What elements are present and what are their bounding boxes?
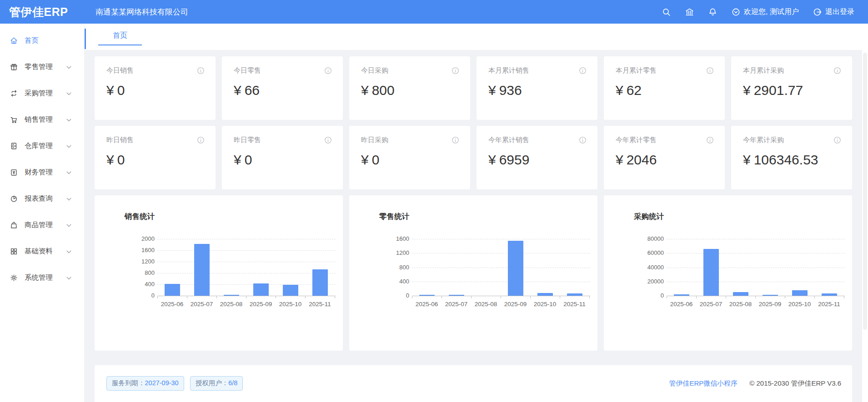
stat-label: 今日零售 [234, 66, 261, 75]
bar[interactable] [449, 295, 464, 296]
stat-value: ¥0 [361, 152, 459, 168]
top-header: 管伊佳ERP 南通某某网络科技有限公司 欢迎您, 测试用户 [0, 0, 868, 24]
bar[interactable] [224, 295, 239, 296]
gridline [412, 239, 590, 239]
bar[interactable] [733, 292, 748, 296]
stat-value: ¥936 [488, 83, 587, 98]
sidebar-item-报表查询[interactable]: 报表查询 [0, 185, 84, 212]
user-dropdown-icon [731, 7, 741, 17]
x-axis-category-label: 2025-08 [216, 301, 246, 308]
stat-cards-grid: 今日销售 ¥0 今日零售 ¥66 今日采购 ¥800 本月累计销售 ¥936 本… [95, 56, 852, 189]
bar[interactable] [537, 293, 553, 296]
stat-amount: 936 [499, 83, 522, 98]
company-name: 南通某某网络科技有限公司 [95, 7, 188, 17]
stat-card: 今年累计销售 ¥6959 [477, 126, 597, 189]
y-axis-tick-label: 800 [389, 264, 409, 271]
info-icon[interactable] [833, 136, 841, 144]
bar[interactable] [763, 295, 778, 296]
bar[interactable] [253, 283, 269, 296]
info-icon[interactable] [197, 136, 205, 144]
bar[interactable] [312, 269, 328, 296]
stat-label: 本月累计零售 [616, 66, 657, 75]
currency-symbol: ¥ [488, 83, 496, 98]
search-icon[interactable] [662, 7, 671, 17]
sidebar-item-系统管理[interactable]: 系统管理 [0, 264, 84, 291]
y-axis-tick-label: 1200 [389, 249, 409, 256]
sidebar-item-零售管理[interactable]: 零售管理 [0, 54, 84, 80]
content-scrollbar[interactable] [862, 50, 868, 402]
stat-amount: 0 [245, 152, 252, 167]
info-icon[interactable] [579, 67, 587, 74]
gridline [667, 282, 845, 282]
info-icon[interactable] [706, 67, 714, 74]
sales-cart-icon [10, 115, 25, 124]
sidebar-item-仓库管理[interactable]: 仓库管理 [0, 133, 84, 159]
bar[interactable] [165, 284, 180, 296]
stat-card: 今日零售 ¥66 [222, 56, 343, 120]
x-axis-tick [814, 296, 815, 298]
y-axis-tick-label: 0 [135, 292, 155, 299]
notification-bell-icon[interactable] [708, 7, 717, 17]
x-axis-tick [501, 296, 501, 298]
home-icon [10, 36, 25, 45]
sidebar-item-采购管理[interactable]: 采购管理 [0, 80, 84, 106]
bar[interactable] [508, 241, 523, 296]
sidebar-item-label: 基础资料 [25, 247, 53, 256]
chevron-down-icon [66, 65, 84, 69]
bar[interactable] [283, 285, 298, 296]
welcome-user-label: 欢迎您, 测试用户 [744, 7, 799, 17]
x-axis-tick [530, 296, 531, 298]
sidebar-item-销售管理[interactable]: 销售管理 [0, 106, 84, 133]
gridline [157, 273, 336, 273]
info-icon[interactable] [197, 67, 205, 74]
gridline [667, 239, 845, 239]
currency-symbol: ¥ [616, 152, 623, 167]
footer-right: 管伊佳ERP微信小程序 © 2015-2030 管伊佳ERP V3.6 [669, 379, 841, 388]
bar[interactable] [703, 249, 719, 296]
x-axis-category-label: 2025-11 [305, 301, 335, 308]
x-axis-category-label: 2025-10 [530, 301, 560, 308]
info-icon[interactable] [579, 136, 587, 144]
app-logo: 管伊佳ERP [0, 5, 85, 20]
bar-chart: 04008001200160020002025-062025-072025-08… [135, 239, 337, 325]
report-pie-icon [10, 194, 25, 203]
sidebar-item-基础资料[interactable]: 基础资料 [0, 238, 84, 264]
bar-chart: 0200004000060000800002025-062025-072025-… [644, 239, 847, 325]
sidebar-item-商品管理[interactable]: 商品管理 [0, 212, 84, 238]
sidebar-item-财务管理[interactable]: 财务管理 [0, 159, 84, 185]
platform-bank-icon[interactable] [685, 7, 694, 17]
sidebar-item-label: 报表查询 [25, 194, 53, 203]
x-axis-tick [589, 296, 590, 298]
bar[interactable] [674, 294, 689, 296]
stat-value: ¥106346.53 [743, 152, 841, 168]
bar-chart: 0400800120016002025-062025-072025-082025… [389, 239, 592, 325]
stat-value: ¥2901.77 [743, 83, 841, 98]
info-icon[interactable] [452, 136, 459, 144]
bar[interactable] [567, 293, 582, 296]
bar[interactable] [419, 295, 435, 296]
sidebar-item-label: 首页 [25, 36, 39, 45]
currency-symbol: ¥ [106, 83, 114, 98]
info-icon[interactable] [833, 67, 841, 74]
stat-amount: 800 [372, 83, 395, 98]
info-icon[interactable] [324, 67, 332, 74]
bar[interactable] [792, 290, 808, 296]
x-axis-category-label: 2025-09 [501, 301, 531, 308]
charts-row: 销售统计 04008001200160020002025-062025-0720… [95, 195, 852, 351]
logout-button[interactable]: 退出登录 [813, 7, 854, 17]
x-axis-tick [726, 296, 726, 298]
info-icon[interactable] [706, 136, 714, 144]
scrollbar-thumb[interactable] [863, 53, 867, 330]
tab-home[interactable]: 首页 [98, 30, 142, 45]
bar[interactable] [822, 293, 837, 296]
info-icon[interactable] [452, 67, 459, 74]
stat-amount: 106346.53 [754, 152, 818, 167]
bar[interactable] [194, 244, 210, 296]
chart-card: 销售统计 04008001200160020002025-062025-0720… [95, 195, 343, 351]
miniprogram-link[interactable]: 管伊佳ERP微信小程序 [669, 379, 738, 388]
stat-value: ¥6959 [488, 152, 587, 168]
user-menu[interactable]: 欢迎您, 测试用户 [731, 7, 799, 17]
y-axis-tick-label: 1200 [135, 258, 155, 265]
sidebar-item-首页[interactable]: 首页 [0, 27, 84, 54]
info-icon[interactable] [324, 136, 332, 144]
